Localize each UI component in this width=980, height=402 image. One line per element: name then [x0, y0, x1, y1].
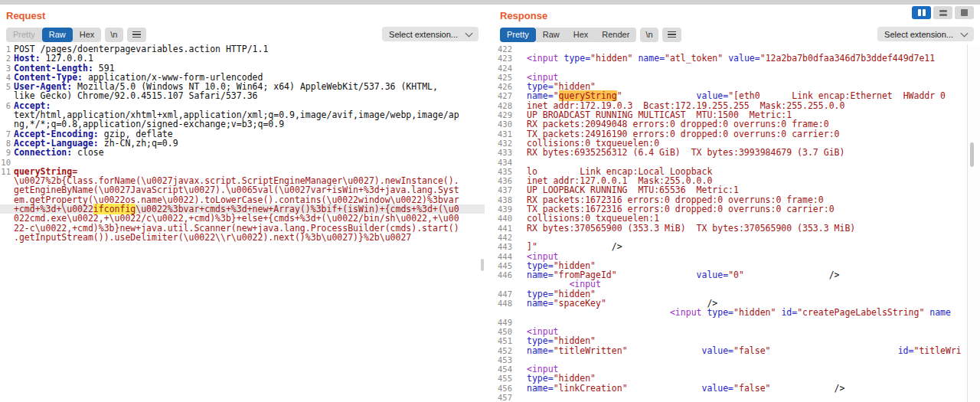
line-number: 447: [494, 289, 512, 299]
chevron-down-icon: [466, 29, 473, 37]
line-number: [0, 91, 11, 100]
line-number: 4: [0, 73, 11, 82]
line-number: 438: [494, 195, 512, 204]
line-number: 8: [0, 139, 11, 148]
tab-render[interactable]: Render: [595, 28, 636, 42]
line-number: [0, 224, 11, 233]
request-extension-dropdown-label: Select extension...: [389, 30, 458, 39]
code-line: 453: [494, 355, 980, 364]
line-number: 454: [494, 364, 512, 374]
line-number: 446: [494, 270, 512, 279]
response-extension-dropdown[interactable]: Select extension...: [877, 27, 974, 41]
line-number: 431: [494, 129, 512, 139]
tab-pretty[interactable]: Pretty: [500, 28, 536, 42]
newline-toggle-button[interactable]: \n: [105, 28, 122, 42]
line-number: 439: [494, 204, 512, 214]
line-number: 435: [494, 167, 512, 176]
response-tab-group: PrettyRawHexRender: [500, 28, 636, 42]
request-panel: Request PrettyRawHex \n Select extension…: [0, 5, 485, 402]
code-line: <input type="hidden" id="createPageLabel…: [494, 308, 980, 317]
line-number: 441: [494, 224, 512, 233]
tab-hex[interactable]: Hex: [567, 28, 596, 42]
line-number: 432: [494, 139, 512, 148]
tab-pretty[interactable]: Pretty: [6, 28, 42, 42]
tab-hex[interactable]: Hex: [73, 28, 102, 42]
response-panel: Response PrettyRawHexRender \n Select ex…: [494, 5, 980, 402]
line-number: 452: [494, 346, 512, 355]
line-number: 6: [0, 101, 11, 110]
line-number: 451: [494, 336, 512, 345]
columns-icon: [918, 9, 921, 16]
line-number: [0, 204, 11, 214]
line-number: 436: [494, 176, 512, 185]
line-number: 448: [494, 299, 512, 308]
line-number: 430: [494, 119, 512, 129]
line-number: 457: [494, 393, 512, 402]
line-number: 433: [494, 148, 512, 157]
line-number: 442: [494, 233, 512, 242]
code-line: 9Connection: close: [0, 148, 485, 157]
request-tab-group: PrettyRawHex: [6, 28, 101, 42]
line-number: 426: [494, 82, 512, 91]
single-view-button[interactable]: [955, 6, 974, 19]
line-number: 9: [0, 148, 11, 157]
line-number: [494, 279, 512, 289]
response-panel-title: Response: [500, 10, 547, 21]
line-number: 445: [494, 261, 512, 270]
message-editor: Request PrettyRawHex \n Select extension…: [0, 5, 980, 402]
code-line: like Gecko) Chrome/92.0.4515.107 Safari/…: [0, 91, 485, 100]
line-number: 428: [494, 101, 512, 110]
line-number: 424: [494, 64, 512, 73]
line-number: 10: [0, 158, 11, 167]
newline-toggle-button[interactable]: \n: [640, 28, 658, 42]
rows-icon: [939, 10, 947, 16]
request-scrollbar-thumb[interactable]: [481, 259, 484, 271]
editor-layout-controls: [912, 6, 974, 19]
line-number: 453: [494, 355, 512, 364]
line-number: 422: [494, 44, 512, 54]
line-number: [0, 110, 11, 119]
line-number: [0, 214, 11, 223]
code-line: 456name="linkCreation" value="false" />: [494, 384, 980, 393]
request-panel-title: Request: [6, 10, 45, 21]
response-scrollbar-track[interactable]: [967, 44, 980, 402]
code-line: 449: [494, 318, 980, 327]
line-number: [0, 119, 11, 129]
response-scrollbar-thumb[interactable]: [970, 142, 974, 167]
code-line: 423<input type="hidden" name="atl_token"…: [494, 54, 980, 63]
code-line: 443]" />: [494, 242, 980, 251]
line-number: [0, 195, 11, 204]
line-number: 455: [494, 374, 512, 383]
line-number: [0, 233, 11, 242]
line-number: 437: [494, 185, 512, 194]
code-line: 457: [494, 393, 980, 402]
line-number: 7: [0, 129, 11, 139]
code-line: 441RX bytes:370565900 (353.3 MiB) TX byt…: [494, 224, 980, 233]
code-line: 433RX bytes:6935256312 (6.4 GiB) TX byte…: [494, 148, 980, 157]
request-toolbar: PrettyRawHex \n Select extension...: [6, 27, 479, 42]
split-view-button[interactable]: [912, 6, 931, 19]
line-number: 11: [0, 167, 11, 176]
response-toolbar: PrettyRawHexRender \n Select extension..…: [500, 27, 974, 42]
line-number: 427: [494, 91, 512, 100]
code-line: 452name="titleWritten" value="false" id=…: [494, 346, 980, 355]
tab-raw[interactable]: Raw: [42, 28, 73, 42]
square-icon: [961, 9, 968, 16]
line-number: [0, 176, 11, 185]
line-number: 456: [494, 384, 512, 393]
hamburger-menu-icon[interactable]: [127, 28, 146, 42]
tab-raw[interactable]: Raw: [536, 28, 567, 42]
line-number: 1: [0, 44, 11, 54]
chevron-down-icon: [961, 29, 969, 37]
response-extension-dropdown-label: Select extension...: [884, 30, 953, 39]
line-number: [0, 185, 11, 194]
line-number: 444: [494, 252, 512, 261]
request-editor[interactable]: 1POST /pages/doenterpagevariables.action…: [0, 44, 485, 402]
request-extension-dropdown[interactable]: Select extension...: [382, 27, 479, 41]
response-editor[interactable]: 422423<input type="hidden" name="atl_tok…: [494, 44, 980, 402]
line-number: [494, 308, 512, 317]
hamburger-menu-icon[interactable]: [662, 28, 681, 42]
line-number: 443: [494, 242, 512, 251]
stacked-view-button[interactable]: [933, 6, 952, 19]
line-number: 434: [494, 158, 512, 167]
